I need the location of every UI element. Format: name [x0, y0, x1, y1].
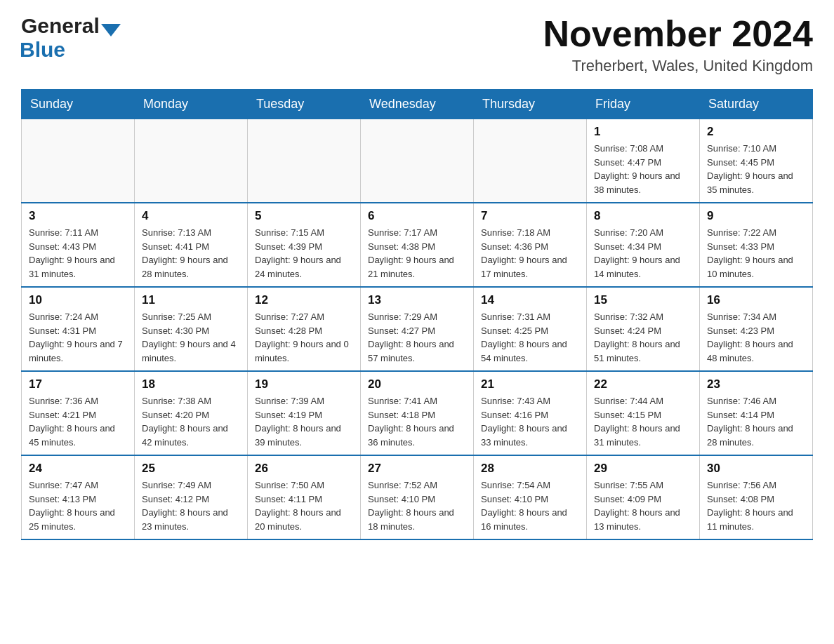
day-number: 9 [707, 209, 805, 223]
table-row: 15Sunrise: 7:32 AMSunset: 4:24 PMDayligh… [587, 287, 700, 371]
day-info: Sunrise: 7:17 AMSunset: 4:38 PMDaylight:… [368, 226, 466, 281]
table-row: 3Sunrise: 7:11 AMSunset: 4:43 PMDaylight… [22, 203, 135, 287]
day-number: 30 [707, 462, 805, 476]
table-row [474, 119, 587, 203]
table-row: 8Sunrise: 7:20 AMSunset: 4:34 PMDaylight… [587, 203, 700, 287]
logo-general-text: General [21, 14, 100, 38]
table-row: 23Sunrise: 7:46 AMSunset: 4:14 PMDayligh… [700, 371, 813, 455]
col-sunday: Sunday [22, 90, 135, 119]
col-thursday: Thursday [474, 90, 587, 119]
calendar-week-row: 1Sunrise: 7:08 AMSunset: 4:47 PMDaylight… [22, 119, 813, 203]
table-row [135, 119, 248, 203]
day-info: Sunrise: 7:29 AMSunset: 4:27 PMDaylight:… [368, 310, 466, 365]
table-row: 2Sunrise: 7:10 AMSunset: 4:45 PMDaylight… [700, 119, 813, 203]
day-info: Sunrise: 7:56 AMSunset: 4:08 PMDaylight:… [707, 478, 805, 533]
day-number: 17 [29, 377, 127, 391]
day-number: 10 [29, 293, 127, 307]
table-row: 24Sunrise: 7:47 AMSunset: 4:13 PMDayligh… [22, 455, 135, 539]
day-info: Sunrise: 7:39 AMSunset: 4:19 PMDaylight:… [255, 394, 353, 449]
day-info: Sunrise: 7:20 AMSunset: 4:34 PMDaylight:… [594, 226, 692, 281]
day-number: 4 [142, 209, 240, 223]
day-info: Sunrise: 7:47 AMSunset: 4:13 PMDaylight:… [29, 478, 127, 533]
day-number: 2 [707, 125, 805, 139]
day-info: Sunrise: 7:41 AMSunset: 4:18 PMDaylight:… [368, 394, 466, 449]
day-number: 15 [594, 293, 692, 307]
table-row: 16Sunrise: 7:34 AMSunset: 4:23 PMDayligh… [700, 287, 813, 371]
table-row: 18Sunrise: 7:38 AMSunset: 4:20 PMDayligh… [135, 371, 248, 455]
day-number: 7 [481, 209, 579, 223]
table-row: 12Sunrise: 7:27 AMSunset: 4:28 PMDayligh… [248, 287, 361, 371]
table-row: 19Sunrise: 7:39 AMSunset: 4:19 PMDayligh… [248, 371, 361, 455]
day-info: Sunrise: 7:46 AMSunset: 4:14 PMDaylight:… [707, 394, 805, 449]
day-number: 1 [594, 125, 692, 139]
day-number: 25 [142, 462, 240, 476]
day-number: 3 [29, 209, 127, 223]
day-number: 11 [142, 293, 240, 307]
day-number: 14 [481, 293, 579, 307]
day-number: 26 [255, 462, 353, 476]
day-info: Sunrise: 7:25 AMSunset: 4:30 PMDaylight:… [142, 310, 240, 365]
day-info: Sunrise: 7:44 AMSunset: 4:15 PMDaylight:… [594, 394, 692, 449]
day-number: 6 [368, 209, 466, 223]
table-row: 5Sunrise: 7:15 AMSunset: 4:39 PMDaylight… [248, 203, 361, 287]
day-number: 16 [707, 293, 805, 307]
calendar-week-row: 24Sunrise: 7:47 AMSunset: 4:13 PMDayligh… [22, 455, 813, 539]
table-row: 1Sunrise: 7:08 AMSunset: 4:47 PMDaylight… [587, 119, 700, 203]
table-row: 30Sunrise: 7:56 AMSunset: 4:08 PMDayligh… [700, 455, 813, 539]
day-info: Sunrise: 7:50 AMSunset: 4:11 PMDaylight:… [255, 478, 353, 533]
day-number: 21 [481, 377, 579, 391]
location-label: Treherbert, Wales, United Kingdom [543, 57, 813, 75]
title-section: November 2024 Treherbert, Wales, United … [543, 14, 813, 75]
day-number: 20 [368, 377, 466, 391]
day-info: Sunrise: 7:15 AMSunset: 4:39 PMDaylight:… [255, 226, 353, 281]
day-info: Sunrise: 7:32 AMSunset: 4:24 PMDaylight:… [594, 310, 692, 365]
day-info: Sunrise: 7:11 AMSunset: 4:43 PMDaylight:… [29, 226, 127, 281]
day-number: 24 [29, 462, 127, 476]
day-number: 22 [594, 377, 692, 391]
table-row: 28Sunrise: 7:54 AMSunset: 4:10 PMDayligh… [474, 455, 587, 539]
day-number: 28 [481, 462, 579, 476]
logo-arrow-icon [101, 24, 121, 36]
table-row [248, 119, 361, 203]
day-info: Sunrise: 7:55 AMSunset: 4:09 PMDaylight:… [594, 478, 692, 533]
table-row: 4Sunrise: 7:13 AMSunset: 4:41 PMDaylight… [135, 203, 248, 287]
day-info: Sunrise: 7:13 AMSunset: 4:41 PMDaylight:… [142, 226, 240, 281]
col-monday: Monday [135, 90, 248, 119]
day-info: Sunrise: 7:49 AMSunset: 4:12 PMDaylight:… [142, 478, 240, 533]
day-info: Sunrise: 7:08 AMSunset: 4:47 PMDaylight:… [594, 142, 692, 196]
day-info: Sunrise: 7:24 AMSunset: 4:31 PMDaylight:… [29, 310, 127, 365]
logo: General Blue [21, 14, 121, 62]
day-info: Sunrise: 7:22 AMSunset: 4:33 PMDaylight:… [707, 226, 805, 281]
day-number: 18 [142, 377, 240, 391]
table-row: 9Sunrise: 7:22 AMSunset: 4:33 PMDaylight… [700, 203, 813, 287]
month-title: November 2024 [543, 14, 813, 54]
day-info: Sunrise: 7:54 AMSunset: 4:10 PMDaylight:… [481, 478, 579, 533]
day-info: Sunrise: 7:43 AMSunset: 4:16 PMDaylight:… [481, 394, 579, 449]
col-saturday: Saturday [700, 90, 813, 119]
day-number: 8 [594, 209, 692, 223]
table-row: 20Sunrise: 7:41 AMSunset: 4:18 PMDayligh… [361, 371, 474, 455]
page-header: General Blue November 2024 Treherbert, W… [21, 14, 813, 75]
table-row: 29Sunrise: 7:55 AMSunset: 4:09 PMDayligh… [587, 455, 700, 539]
day-info: Sunrise: 7:36 AMSunset: 4:21 PMDaylight:… [29, 394, 127, 449]
table-row: 27Sunrise: 7:52 AMSunset: 4:10 PMDayligh… [361, 455, 474, 539]
day-number: 5 [255, 209, 353, 223]
table-row: 14Sunrise: 7:31 AMSunset: 4:25 PMDayligh… [474, 287, 587, 371]
calendar-week-row: 10Sunrise: 7:24 AMSunset: 4:31 PMDayligh… [22, 287, 813, 371]
table-row: 26Sunrise: 7:50 AMSunset: 4:11 PMDayligh… [248, 455, 361, 539]
table-row: 11Sunrise: 7:25 AMSunset: 4:30 PMDayligh… [135, 287, 248, 371]
col-friday: Friday [587, 90, 700, 119]
calendar-week-row: 17Sunrise: 7:36 AMSunset: 4:21 PMDayligh… [22, 371, 813, 455]
day-info: Sunrise: 7:38 AMSunset: 4:20 PMDaylight:… [142, 394, 240, 449]
table-row [361, 119, 474, 203]
calendar-header-row: Sunday Monday Tuesday Wednesday Thursday… [22, 90, 813, 119]
table-row: 17Sunrise: 7:36 AMSunset: 4:21 PMDayligh… [22, 371, 135, 455]
day-info: Sunrise: 7:31 AMSunset: 4:25 PMDaylight:… [481, 310, 579, 365]
day-number: 29 [594, 462, 692, 476]
day-number: 23 [707, 377, 805, 391]
table-row [22, 119, 135, 203]
calendar-week-row: 3Sunrise: 7:11 AMSunset: 4:43 PMDaylight… [22, 203, 813, 287]
table-row: 7Sunrise: 7:18 AMSunset: 4:36 PMDaylight… [474, 203, 587, 287]
table-row: 10Sunrise: 7:24 AMSunset: 4:31 PMDayligh… [22, 287, 135, 371]
col-tuesday: Tuesday [248, 90, 361, 119]
